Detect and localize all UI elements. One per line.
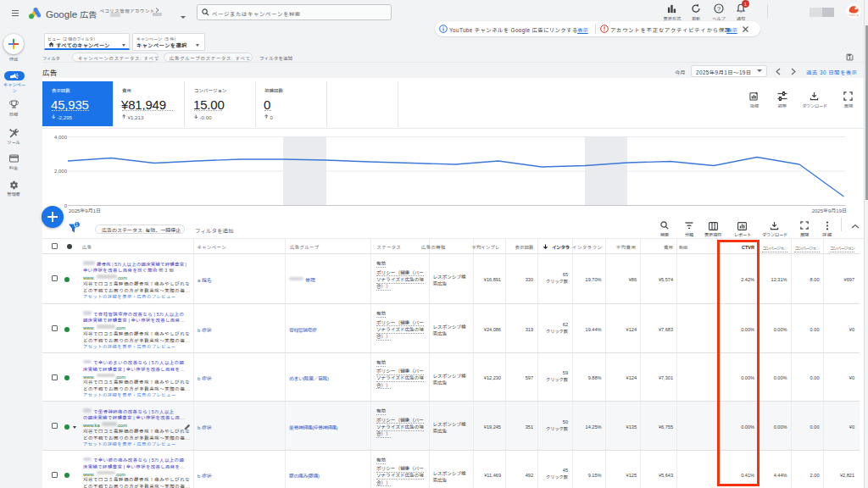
svg-text:2025年9月19日: 2025年9月19日 <box>812 207 847 214</box>
svg-text:ペコリス: ペコリス <box>848 14 858 17</box>
svg-text:2025年9月1日: 2025年9月1日 <box>69 207 101 214</box>
svg-text:4,000: 4,000 <box>54 133 68 141</box>
svg-text:?: ? <box>717 3 721 13</box>
svg-text:2,000: 2,000 <box>54 167 68 175</box>
svg-text:0: 0 <box>64 202 68 209</box>
